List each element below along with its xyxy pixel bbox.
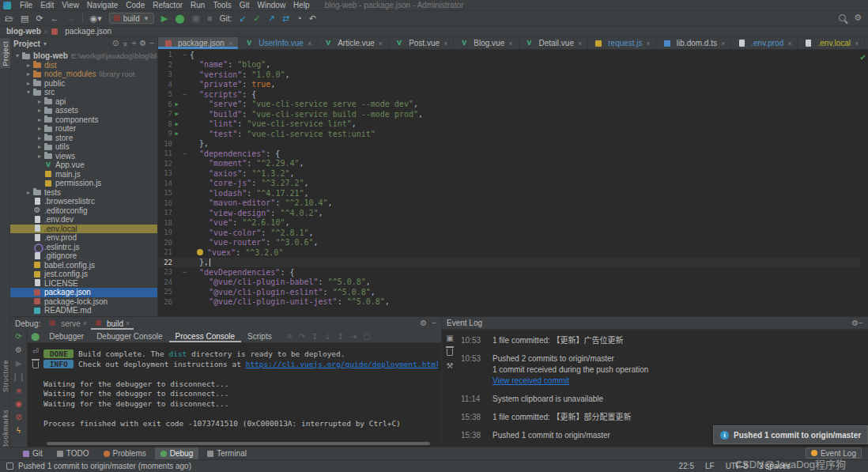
tab-request-js[interactable]: request.js×	[588, 37, 657, 49]
view-frames-icon[interactable]: ▢	[363, 332, 370, 341]
event-log-link[interactable]: View received commit	[492, 376, 648, 386]
tab-env-local[interactable]: .env.local×	[798, 37, 865, 49]
panel-settings-icon[interactable]: ⚙	[851, 319, 859, 327]
tree-item-components[interactable]: ▸components	[10, 115, 157, 125]
expand-all-icon[interactable]: ÷	[132, 40, 137, 47]
mark-all-read-icon[interactable]: ▣	[446, 334, 453, 342]
tree-item-dist[interactable]: ▸dist	[10, 61, 157, 70]
toolwindow-button-problems[interactable]: Problems	[98, 447, 152, 459]
chevron-down-icon[interactable]: ▾	[43, 40, 47, 47]
inspection-ok-icon[interactable]: ✔	[860, 53, 866, 62]
chevron-right-icon[interactable]: ▸	[36, 116, 43, 123]
tree-item-env-local[interactable]: .env.local	[10, 225, 157, 234]
code-line-9[interactable]: 9▶ "test": "vue-cli-service test:unit"	[158, 129, 860, 139]
tree-item-eslintrc-js[interactable]: .eslintrc.js	[10, 243, 157, 252]
code-line-14[interactable]: 14 "core-js": "^3.27.2",	[158, 179, 860, 189]
log-settings-icon[interactable]: ⚒	[447, 362, 454, 370]
tree-item-editorconfig[interactable]: ⚙.editorconfig	[10, 206, 157, 216]
sidebar-item-structure[interactable]: Structure	[0, 357, 10, 395]
close-icon[interactable]: ×	[308, 40, 311, 47]
hide-panel-icon[interactable]: −	[432, 319, 436, 327]
debug-console[interactable]: DONE Build complete. The dist directory …	[43, 343, 438, 440]
code-line-24[interactable]: 24 "@vue/cli-plugin-babel": "^5.0.8",	[158, 278, 860, 288]
code-line-21[interactable]: 21"vuex": "^3.2.0"	[158, 247, 860, 258]
more-tabs-icon[interactable]: ⋮	[865, 37, 868, 49]
code-editor[interactable]: 1−{2 "name": "blog",3 "version": "1.0.0"…	[158, 50, 860, 316]
code-line-16[interactable]: 16 "mavon-editor": "^2.10.4",	[158, 198, 860, 209]
run-icon[interactable]: ▶	[161, 14, 168, 23]
run-to-cursor-icon[interactable]: ⇥	[350, 332, 357, 341]
run-script-icon[interactable]: ▶	[172, 130, 181, 137]
code-line-18[interactable]: 18 "vue": "^2.6.10",	[158, 218, 860, 228]
debug-icon[interactable]: ⬤	[175, 14, 184, 23]
chevron-right-icon[interactable]: ▸	[36, 125, 43, 132]
toolwindow-button-debug[interactable]: Debug	[155, 447, 198, 459]
tab-package-json[interactable]: package.json×	[158, 37, 239, 49]
run-config-combo[interactable]: build ▼	[109, 13, 154, 24]
close-icon[interactable]: ×	[647, 40, 651, 47]
settings-gear-icon[interactable]: ⚙	[854, 13, 862, 22]
git-push-icon[interactable]: ↗	[268, 14, 275, 23]
toolwindow-button-todo[interactable]: TODO	[51, 447, 95, 459]
clear-log-icon[interactable]	[447, 349, 453, 356]
tree-item-views[interactable]: ▸views	[10, 152, 157, 161]
view-breakpoints-icon[interactable]: ◉	[15, 400, 22, 408]
debug-tab-debugger[interactable]: Debugger	[43, 330, 90, 342]
menu-view[interactable]: View	[58, 1, 83, 9]
code-line-22[interactable]: 22 },	[158, 258, 860, 268]
notification-balloon[interactable]: i Pushed 1 commit to origin/master	[713, 425, 868, 444]
chevron-right-icon[interactable]: ▸	[36, 134, 43, 142]
close-icon[interactable]: ×	[787, 40, 791, 47]
git-commit-icon[interactable]: ✓	[253, 14, 260, 23]
code-line-2[interactable]: 2 "name": "blog",	[158, 60, 860, 70]
code-line-17[interactable]: 17 "view-design": "^4.0.2",	[158, 208, 860, 218]
menu-navigate[interactable]: Navigate	[83, 1, 122, 9]
chevron-right-icon[interactable]: ▸	[25, 80, 32, 87]
code-line-26[interactable]: 26 "@vue/cli-plugin-unit-jest": "^5.0.8"…	[158, 297, 860, 308]
resume-icon[interactable]: ▶	[16, 360, 22, 368]
code-line-23[interactable]: 23− "devDependencies": {	[158, 267, 860, 278]
tab-userinfo-vue[interactable]: VUserInfo.vue×	[239, 37, 318, 49]
tree-item-readme-md[interactable]: README.md	[10, 306, 157, 315]
tree-item-license[interactable]: LICENSE	[10, 279, 157, 289]
close-icon[interactable]: ×	[855, 40, 859, 47]
run-script-icon[interactable]: ▶	[172, 121, 181, 127]
tab-env-prod[interactable]: .env.prod×	[731, 37, 798, 49]
tree-item-src[interactable]: ▾src	[10, 88, 157, 97]
tree-item-package-json[interactable]: package.json	[10, 288, 157, 297]
tree-item-env-prod[interactable]: .env.prod	[10, 233, 157, 243]
menu-tools[interactable]: Tools	[209, 1, 235, 9]
close-icon[interactable]: ×	[228, 40, 232, 47]
save-icon[interactable]: ▤	[21, 14, 28, 23]
tree-item-app-vue[interactable]: VApp.vue	[10, 160, 157, 170]
tree-item-utils[interactable]: ▸utils	[10, 142, 157, 152]
code-line-3[interactable]: 3 "version": "1.0.0",	[158, 70, 860, 80]
search-icon[interactable]	[839, 14, 846, 21]
chevron-right-icon[interactable]: ▸	[36, 98, 43, 105]
code-line-13[interactable]: 13 "axios": "^1.3.2",	[158, 168, 860, 179]
panel-settings-icon[interactable]: ⚙	[420, 319, 427, 327]
chevron-right-icon[interactable]: ▸	[36, 143, 43, 150]
chevron-right-icon[interactable]: ▸	[25, 70, 32, 77]
intention-bulb-icon[interactable]	[197, 249, 203, 255]
project-panel-title[interactable]: Project	[13, 40, 40, 48]
debug-tab-scripts[interactable]: Scripts	[241, 330, 278, 342]
git-update-icon[interactable]: ↙	[239, 14, 246, 23]
fold-icon[interactable]: −	[181, 149, 188, 157]
tree-item-babel-config-js[interactable]: babel.config.js	[10, 261, 157, 270]
close-icon[interactable]: ×	[83, 319, 87, 327]
menu-help[interactable]: Help	[289, 1, 314, 9]
clear-console-icon[interactable]	[32, 361, 39, 368]
menu-file[interactable]: File	[16, 1, 36, 9]
back-icon[interactable]: ←	[51, 14, 59, 23]
menu-window[interactable]: Window	[254, 1, 290, 9]
rollback-icon[interactable]: ↶	[309, 14, 316, 23]
show-execution-point-icon[interactable]: ≡	[288, 332, 292, 341]
chevron-down-icon[interactable]: ▾	[13, 52, 21, 59]
sync-icon[interactable]: ⟳	[36, 14, 43, 23]
collapse-all-icon[interactable]: ⌅	[122, 40, 128, 47]
stop-icon[interactable]: ■	[207, 14, 213, 23]
chevron-down-icon[interactable]: ▾	[25, 89, 32, 96]
tab-lib-dom-d-ts[interactable]: lib.dom.d.ts×	[657, 37, 731, 49]
rerun-icon[interactable]: ⟳	[15, 333, 21, 341]
